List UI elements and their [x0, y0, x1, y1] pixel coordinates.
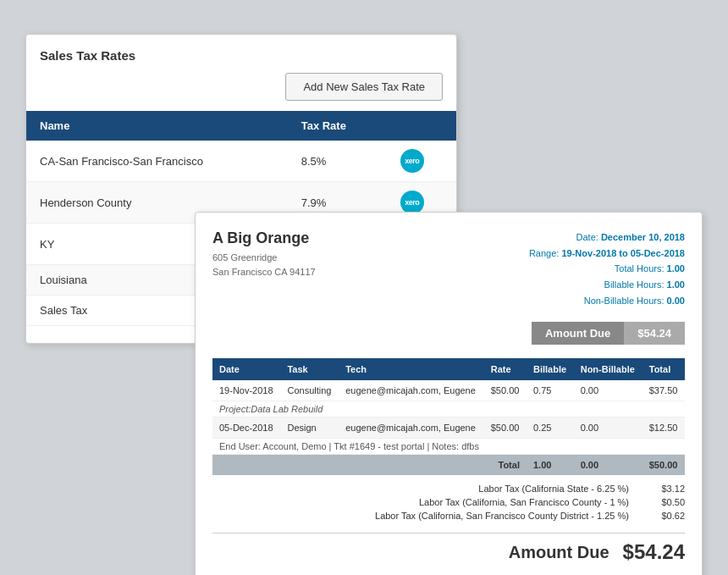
tax-line: Labor Tax (California, San Francisco Cou… [212, 495, 685, 509]
invoice-col-header: Billable [527, 358, 574, 380]
final-amount-due-value: $54.24 [623, 540, 685, 564]
footer-non-billable: 0.00 [574, 455, 643, 476]
amount-due-value: $54.24 [624, 322, 685, 345]
invoice-row: 19-Nov-2018Consultingeugene@micajah.com,… [212, 380, 685, 401]
meta-value: 1.00 [667, 279, 685, 290]
xero-badge[interactable]: xero [400, 149, 424, 173]
company-name: A Big Orange [212, 229, 316, 247]
tax-line-name: Labor Tax (California, San Francisco Cou… [375, 511, 629, 521]
invoice-footer-row: Total1.000.00$50.00 [212, 455, 685, 476]
notes-row: End User: Account, Demo | Tkt #1649 - te… [212, 439, 685, 455]
invoice-cell-task: Design [280, 417, 339, 439]
project-label: Project:Data Lab Rebuild [212, 401, 685, 417]
tax-line: Labor Tax (California State - 6.25 %)$3.… [212, 482, 685, 495]
amount-due-bar: Amount Due $54.24 [212, 322, 685, 345]
meta-line: Billable Hours: 1.00 [529, 277, 685, 293]
invoice-cell-date: 05-Dec-2018 [212, 417, 280, 439]
invoice-cell-total: $37.50 [643, 380, 685, 401]
meta-line: Range: 19-Nov-2018 to 05-Dec-2018 [529, 246, 685, 262]
meta-value: 0.00 [667, 296, 685, 306]
tax-line-amount: $0.50 [643, 497, 685, 507]
invoice-cell-task: Consulting [280, 380, 339, 401]
invoice-cell-total: $12.50 [643, 417, 685, 439]
invoice-cell-billable: 0.75 [527, 380, 574, 401]
xero-badge[interactable]: xero [400, 191, 424, 214]
invoice-col-header: Total [643, 358, 685, 380]
tax-line-amount: $3.12 [643, 484, 685, 494]
meta-label: Non-Billable Hours: [584, 296, 665, 306]
card-title: Sales Tax Rates [26, 48, 456, 73]
footer-billable: 1.00 [527, 455, 574, 476]
tax-name-cell: CA-San Francisco-San Francisco [26, 141, 288, 182]
invoice-cell-billable: 0.25 [527, 417, 574, 439]
col-header-name: Name [26, 111, 288, 141]
invoice-header: A Big Orange 605 Greenridge San Francisc… [212, 229, 685, 308]
col-header-rate: Tax Rate [288, 111, 387, 141]
company-address-line2: San Francisco CA 94117 [212, 265, 316, 279]
meta-value: December 10, 2018 [601, 232, 685, 242]
meta-label: Total Hours: [615, 263, 665, 274]
tax-line-amount: $0.62 [643, 511, 685, 521]
invoice-cell-non_billable: 0.00 [574, 417, 643, 439]
company-info: A Big Orange 605 Greenridge San Francisc… [212, 229, 316, 308]
meta-label: Range: [529, 248, 559, 258]
tax-lines: Labor Tax (California State - 6.25 %)$3.… [212, 482, 685, 522]
meta-value: 1.00 [667, 263, 685, 274]
meta-line: Non-Billable Hours: 0.00 [529, 293, 685, 309]
invoice-meta: Date: December 10, 2018Range: 19-Nov-201… [529, 229, 685, 308]
add-new-tax-rate-button[interactable]: Add New Sales Tax Rate [285, 73, 443, 101]
tax-line-name: Labor Tax (California State - 6.25 %) [478, 484, 629, 494]
invoice-cell-tech: eugene@micajah.com, Eugene [339, 380, 484, 401]
meta-label: Billable Hours: [604, 279, 665, 290]
invoice-col-header: Rate [484, 358, 527, 380]
final-amount-due-row: Amount Due $54.24 [212, 533, 685, 564]
company-address-line1: 605 Greenridge [212, 251, 316, 265]
meta-line: Total Hours: 1.00 [529, 261, 685, 277]
meta-value: 19-Nov-2018 to 05-Dec-2018 [561, 248, 685, 258]
invoice-card: A Big Orange 605 Greenridge San Francisc… [195, 212, 703, 575]
meta-label: Date: [576, 232, 598, 242]
invoice-table: DateTaskTechRateBillableNon-BillableTota… [212, 358, 685, 475]
invoice-col-header: Non-Billable [574, 358, 643, 380]
tax-line-name: Labor Tax (California, San Francisco Cou… [419, 497, 629, 507]
meta-line: Date: December 10, 2018 [529, 229, 685, 246]
invoice-cell-rate: $50.00 [484, 417, 527, 439]
invoice-col-header: Task [280, 358, 339, 380]
tax-rate-cell: 8.5% [288, 141, 387, 182]
table-row: CA-San Francisco-San Francisco8.5%xero [26, 141, 456, 182]
amount-due-label: Amount Due [532, 322, 624, 345]
tax-xero-cell: xero [387, 141, 456, 182]
invoice-cell-tech: eugene@micajah.com, Eugene [339, 417, 484, 439]
footer-total-label: Total [212, 455, 527, 476]
invoice-cell-non_billable: 0.00 [574, 380, 643, 401]
invoice-cell-date: 19-Nov-2018 [212, 380, 280, 401]
footer-total: $50.00 [643, 455, 685, 476]
invoice-col-header: Tech [339, 358, 484, 380]
project-row: Project:Data Lab Rebuild [212, 401, 685, 417]
tax-line: Labor Tax (California, San Francisco Cou… [212, 509, 685, 522]
col-header-action [387, 111, 456, 141]
invoice-cell-rate: $50.00 [484, 380, 527, 401]
invoice-col-header: Date [212, 358, 280, 380]
invoice-row: 05-Dec-2018Designeugene@micajah.com, Eug… [212, 417, 685, 439]
final-amount-due-label: Amount Due [509, 543, 609, 562]
notes-label: End User: Account, Demo | Tkt #1649 - te… [212, 439, 685, 455]
